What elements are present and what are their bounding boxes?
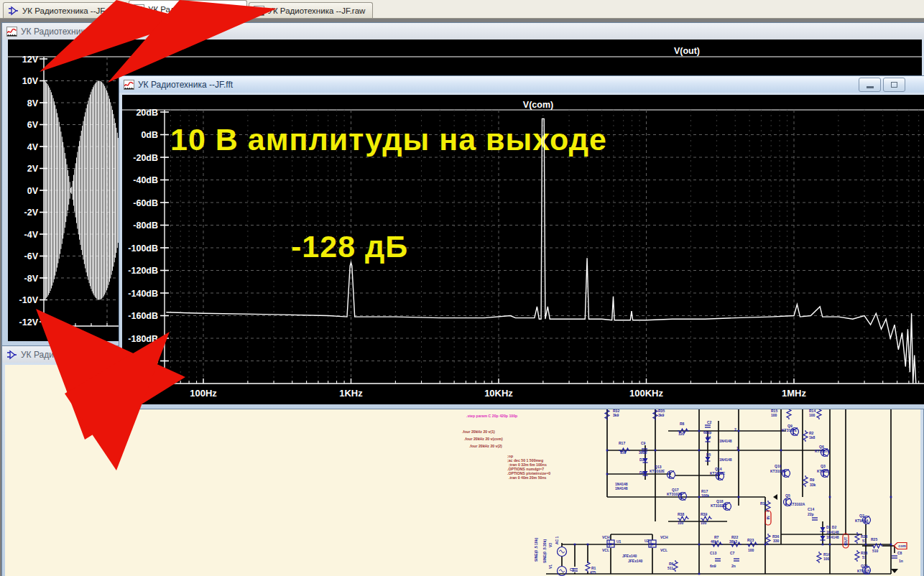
schematic-label: 511 bbox=[667, 566, 673, 570]
fft-trace-label[interactable]: V(com) bbox=[523, 100, 553, 110]
schematic-label: 6n9 bbox=[710, 564, 716, 568]
schematic-label: 100 bbox=[748, 548, 754, 552]
schematic-label: D5 bbox=[706, 452, 711, 457]
svg-text:4V: 4V bbox=[27, 142, 39, 152]
schematic-label: KT3107E bbox=[770, 469, 786, 473]
raw-window-titlebar[interactable]: УК Радиотехника --JF.raw bbox=[2, 23, 924, 40]
schematic-label: KT3102A bbox=[790, 502, 805, 506]
schematic-label: 100 bbox=[678, 521, 684, 525]
svg-text:-140dB: -140dB bbox=[128, 289, 158, 299]
minimize-button[interactable] bbox=[859, 78, 881, 92]
spice-directive[interactable]: .tran 0 40m 20m 50ns bbox=[509, 475, 547, 480]
schematic-label: VCL bbox=[660, 548, 667, 552]
schematic-label: 3k9 bbox=[613, 413, 619, 417]
maximize-icon bbox=[891, 82, 897, 88]
schematic-label: D3 bbox=[639, 457, 645, 462]
schematic-label: 22p bbox=[808, 512, 814, 516]
schematic-label: 475 bbox=[590, 570, 596, 575]
spice-directive[interactable]: .four 20kHz 20 v(com) bbox=[464, 437, 503, 441]
svg-text:OUT: OUT bbox=[844, 537, 848, 545]
tab-label: УК Радиотехника --JF.fft bbox=[148, 5, 239, 14]
schematic-label: Q3 bbox=[821, 464, 826, 468]
svg-text:8V: 8V bbox=[27, 98, 39, 108]
raw-window-title: УК Радиотехника --JF.raw bbox=[21, 27, 123, 37]
schematic-label: 100 bbox=[823, 557, 830, 561]
schematic-label: KT940A bbox=[855, 519, 869, 523]
schematic-label: 100k bbox=[701, 493, 709, 498]
schematic-label: V3 bbox=[548, 543, 553, 547]
svg-text:-100dB: -100dB bbox=[128, 243, 158, 254]
schematic-label: Q29 bbox=[861, 564, 868, 568]
schematic-label: VCL bbox=[602, 548, 609, 552]
svg-text:-180dB: -180dB bbox=[128, 334, 158, 344]
fft-window-titlebar[interactable]: УК Радиотехника --JF.fft bbox=[119, 76, 924, 93]
schematic-label: 51 bbox=[862, 555, 867, 559]
schematic-label: KT3102E bbox=[650, 469, 665, 473]
fft-window: УК Радиотехника --JF.fft 20dB0dB-20dB-40… bbox=[119, 75, 924, 409]
schematic-label: R8 bbox=[680, 422, 685, 426]
schematic-label: 2 bbox=[734, 427, 736, 432]
schematic-label: VCH bbox=[602, 535, 610, 539]
spice-directive[interactable]: .four 20kHz 20 v(1) bbox=[462, 429, 495, 434]
minimize-icon bbox=[867, 86, 874, 88]
schematic-label: C2 bbox=[707, 420, 712, 424]
svg-text:-20dB: -20dB bbox=[133, 153, 158, 163]
spice-directive[interactable]: .four 20kHz 20 v(2) bbox=[469, 444, 502, 448]
svg-text:6V: 6V bbox=[27, 120, 39, 130]
schematic-label: KT9115 bbox=[857, 569, 870, 573]
waveform-icon bbox=[254, 6, 264, 16]
svg-text:-10V: -10V bbox=[19, 295, 39, 305]
schematic-label: D4 bbox=[706, 435, 711, 440]
schematic-label: D6 bbox=[639, 470, 645, 475]
tab-fft[interactable]: УК Радиотехника --JF.fft bbox=[129, 0, 247, 18]
schematic-label: 100 bbox=[771, 413, 777, 417]
schematic-label: 510 bbox=[872, 549, 879, 553]
svg-text:-60dB: -60dB bbox=[133, 198, 158, 208]
schematic-label: C8 bbox=[897, 551, 902, 555]
tab-asc[interactable]: УК Радиотехника --JF.asc bbox=[3, 2, 127, 18]
tab-raw[interactable]: УК Радиотехника --JF.raw bbox=[249, 2, 374, 18]
schematic-label: V1 bbox=[548, 565, 553, 569]
svg-text:-6V: -6V bbox=[24, 251, 39, 261]
svg-text:-120dB: -120dB bbox=[128, 266, 158, 276]
schematic-label: 1N4148 bbox=[826, 535, 839, 539]
schematic-label: 51 bbox=[862, 539, 867, 543]
waveform-icon bbox=[6, 27, 17, 37]
schematic-label: R23 bbox=[747, 538, 754, 542]
schematic-label: KT3102E bbox=[667, 492, 683, 496]
schematic-label: R38 bbox=[678, 512, 684, 516]
raw-x-tick-label: 0ms bbox=[70, 331, 88, 341]
svg-text:IN: IN bbox=[766, 516, 770, 519]
schematic-label: 390p bbox=[639, 450, 647, 455]
schematic-label: R25 bbox=[871, 537, 877, 542]
svg-text:10V: 10V bbox=[22, 76, 39, 86]
schematic-label: R11 bbox=[760, 501, 767, 506]
raw-trace-label[interactable]: V(out) bbox=[674, 46, 700, 56]
schematic-label: R39 bbox=[701, 512, 707, 516]
schematic-label: C7 bbox=[730, 551, 735, 555]
schematic-label: SINE(0 .5 20k) bbox=[542, 539, 547, 563]
schematic-label: AC 1 bbox=[555, 536, 559, 544]
annotation-distortion: -128 дБ bbox=[291, 229, 408, 264]
waveform-icon bbox=[134, 4, 144, 14]
schematic-label: U2 bbox=[645, 539, 650, 543]
schematic-label: KT3102E bbox=[711, 503, 726, 508]
spice-directive[interactable]: .step param C 20p 420p 100p bbox=[466, 414, 517, 418]
schematic-label: JFEx140 bbox=[622, 554, 637, 558]
schematic-label: D1 D2 bbox=[826, 525, 836, 529]
schematic-label: 100 bbox=[701, 521, 707, 525]
svg-text:100Hz: 100Hz bbox=[190, 388, 217, 399]
schematic-label: Q5 bbox=[785, 493, 790, 498]
fft-plot[interactable]: 20dB0dB-20dB-40dB-60dB-80dB-100dB-120dB-… bbox=[122, 95, 924, 404]
svg-text:2V: 2V bbox=[27, 164, 39, 174]
svg-text:1KHz: 1KHz bbox=[339, 388, 363, 399]
svg-text:com: com bbox=[898, 544, 906, 548]
svg-text:-80dB: -80dB bbox=[133, 220, 158, 231]
tab-label: УК Радиотехника --JF.asc bbox=[22, 6, 119, 15]
schematic-label: 150 bbox=[620, 450, 627, 455]
schematic-label: C9 bbox=[641, 441, 646, 445]
maximize-button[interactable] bbox=[883, 78, 905, 92]
schematic-label: 1N4148 bbox=[826, 530, 839, 534]
schematic-label: 1N4148 bbox=[719, 439, 732, 443]
schematic-label: 100 bbox=[809, 413, 816, 417]
